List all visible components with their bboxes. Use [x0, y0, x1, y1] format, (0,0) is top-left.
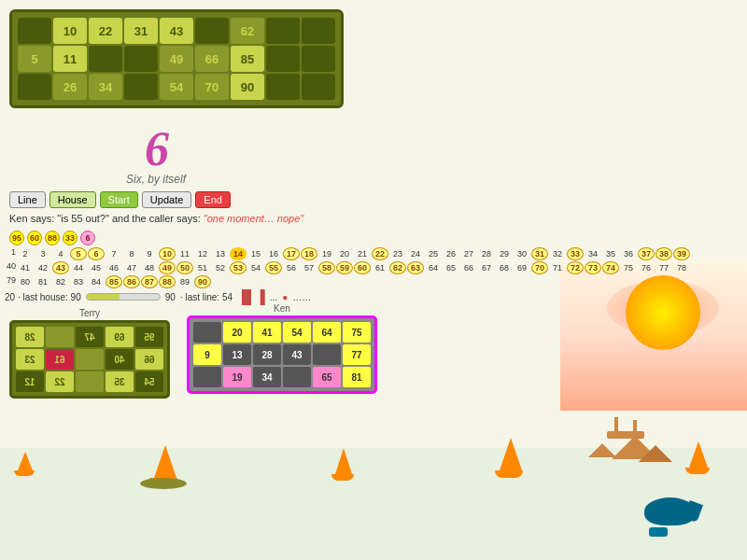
- ken-cell: 41: [253, 322, 281, 343]
- num-71: 71: [549, 261, 566, 274]
- card-cell: [18, 74, 51, 100]
- ken-cell: 65: [313, 367, 341, 387]
- grid-row-2: 40 41 42 43 44 45 46 47 48 49 50 51 52 5…: [5, 261, 742, 274]
- ken-cell: [283, 367, 311, 387]
- ken-cell: 9: [193, 344, 221, 365]
- num-18: 18: [301, 247, 317, 260]
- terry-cell: [76, 371, 104, 392]
- ken-cell: 75: [343, 322, 371, 343]
- num-43: 43: [52, 261, 69, 274]
- num-8: 8: [123, 247, 140, 260]
- num-9: 9: [141, 247, 158, 260]
- card-cell: 34: [89, 74, 122, 100]
- line-button[interactable]: Line: [9, 191, 46, 208]
- num-27: 27: [460, 247, 477, 260]
- card-cell: 43: [160, 18, 193, 44]
- num-48: 48: [141, 261, 158, 274]
- num-85: 85: [106, 275, 122, 288]
- progress-bar: [86, 293, 161, 301]
- num-70: 70: [531, 261, 548, 274]
- num-47: 47: [123, 261, 140, 274]
- num-13: 13: [212, 247, 229, 260]
- num-87: 87: [141, 275, 158, 288]
- caller-prefix: Ken says:: [9, 213, 57, 224]
- dot-icon: ●: [282, 292, 288, 302]
- num-34: 34: [585, 247, 601, 260]
- sailboat-3: [331, 448, 354, 481]
- card-cell: 5: [18, 46, 51, 72]
- num-14: 14: [230, 247, 247, 260]
- card-cell: [266, 74, 300, 100]
- num-26: 26: [443, 247, 459, 260]
- ken-cell: 54: [283, 322, 311, 343]
- end-button[interactable]: End: [195, 191, 231, 208]
- num-39: 39: [673, 247, 690, 260]
- num-63: 63: [407, 261, 424, 274]
- status-bar: 20 · last house: 90 90 · last line: 54 ▐…: [5, 289, 311, 304]
- caller-question: "is 55 out?" and the caller says:: [57, 213, 200, 224]
- top-bingo-card: 10 22 31 43 62 5 11 49 66 85 26 34 54 70…: [9, 9, 344, 108]
- num-67: 67: [478, 261, 495, 274]
- num-10: 10: [159, 247, 176, 260]
- num-41: 41: [17, 261, 34, 274]
- current-number-label: Six, by itself: [126, 173, 186, 186]
- num-59: 59: [336, 261, 353, 274]
- ellipsis: ...: [270, 292, 277, 302]
- progress-fill: [87, 294, 120, 300]
- num-50: 50: [176, 261, 193, 274]
- num-36: 36: [620, 247, 637, 260]
- terry-cell: [76, 349, 104, 370]
- house-button[interactable]: House: [49, 191, 96, 208]
- num-2: 2: [17, 247, 34, 260]
- sailboat-4: [495, 438, 523, 478]
- called-numbers-list: 95 60 88 33 6: [9, 231, 95, 245]
- num-17: 17: [283, 247, 300, 260]
- start-button[interactable]: Start: [100, 191, 138, 208]
- update-button[interactable]: Update: [142, 191, 191, 208]
- num-62: 62: [389, 261, 406, 274]
- ken-cell: 19: [223, 367, 251, 387]
- progress-value: 90: [165, 292, 176, 302]
- control-buttons: Line House Start Update End: [9, 191, 231, 208]
- terry-cell: 61: [46, 349, 74, 370]
- num-56: 56: [283, 261, 300, 274]
- ken-cell: 43: [283, 344, 311, 365]
- num-15: 15: [247, 247, 264, 260]
- last-line-text: · last line: 54: [180, 292, 233, 302]
- called-badge: 95: [9, 231, 24, 245]
- num-88: 88: [159, 275, 176, 288]
- num-55: 55: [265, 261, 282, 274]
- ken-card-container: Ken 20 41 54 64 75 9 13 28 43 77 19 34 6…: [187, 303, 377, 394]
- num-80: 80: [17, 275, 34, 288]
- num-7: 7: [106, 247, 122, 260]
- num-12: 12: [194, 247, 211, 260]
- grid-row-3: 79 80 81 82 83 84 85 86 87 88 89 90: [5, 275, 742, 288]
- num-76: 76: [638, 261, 655, 274]
- num-23: 23: [389, 247, 406, 260]
- num-6: 6: [88, 247, 105, 260]
- card-cell: 62: [231, 18, 264, 44]
- card-cell: 85: [231, 46, 264, 72]
- terry-cell: 66: [135, 349, 163, 370]
- num-89: 89: [176, 275, 193, 288]
- num-54: 54: [247, 261, 264, 274]
- number-grid: 1 2 3 4 5 6 7 8 9 10 11 12 13 14 15 16 1…: [5, 247, 742, 289]
- num-16: 16: [265, 247, 282, 260]
- terry-card: 95 69 47 28 66 40 61 23 54 35 22 12: [9, 320, 170, 399]
- num-11: 11: [176, 247, 193, 260]
- card-cell: 49: [160, 46, 193, 72]
- called-badge: 60: [27, 231, 42, 245]
- card-cell: 11: [53, 46, 87, 72]
- row-label: 40: [5, 261, 16, 274]
- num-57: 57: [301, 261, 317, 274]
- water-area: [0, 448, 747, 560]
- num-73: 73: [585, 261, 601, 274]
- terry-cell: 54: [135, 371, 163, 392]
- num-29: 29: [496, 247, 513, 260]
- ken-cell: [193, 367, 221, 387]
- card-cell: [302, 18, 335, 44]
- card-cell: 10: [53, 18, 87, 44]
- card-cell: 90: [231, 74, 264, 100]
- num-90: 90: [194, 275, 211, 288]
- terry-cell: 22: [46, 371, 74, 392]
